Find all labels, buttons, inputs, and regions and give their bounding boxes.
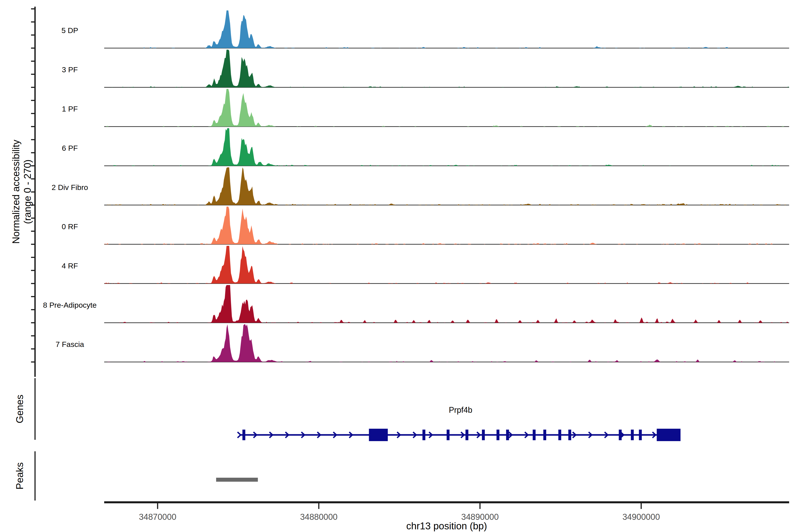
track-row: 4 RF — [62, 246, 789, 284]
gene-exon — [466, 430, 468, 440]
coverage-signal — [104, 128, 789, 166]
gene-model: Prpf4b — [238, 405, 681, 441]
gene-exon — [533, 430, 535, 440]
gene-exon — [543, 430, 546, 440]
coverage-signal — [104, 324, 789, 362]
gene-exon — [639, 430, 642, 440]
track-row: 1 PF — [62, 89, 789, 127]
track-row: 5 DP — [61, 11, 789, 48]
peak-region-bar — [216, 478, 258, 482]
peak-regions — [216, 478, 258, 482]
track-label: 1 PF — [62, 104, 78, 113]
gene-exon — [506, 430, 509, 440]
coverage-signal — [104, 89, 789, 127]
gene-exon — [446, 430, 450, 440]
genome-browser-plot: Normalized accessibility (range 0 - 270)… — [0, 0, 798, 532]
track-row: 7 Fascia — [56, 324, 789, 362]
y-axis-label-line1: Normalized accessibility — [11, 140, 21, 244]
track-row: 3 PF — [62, 50, 789, 87]
track-row: 0 RF — [62, 207, 789, 244]
track-label: 6 PF — [62, 144, 78, 152]
gene-exon — [482, 430, 485, 440]
coverage-signal — [104, 50, 789, 87]
track-label: 0 RF — [62, 222, 78, 231]
x-axis-ticks: 34870000348800003489000034900000 — [139, 503, 660, 521]
track-label: 7 Fascia — [56, 340, 84, 348]
gene-exon-large — [657, 429, 681, 441]
gene-exon — [568, 430, 571, 440]
coverage-signal — [104, 246, 789, 284]
coverage-signal — [104, 167, 789, 205]
track-label: 3 PF — [62, 65, 78, 74]
y-axis-label-line2: (range 0 - 270) — [22, 159, 33, 224]
track-label: 8 Pre-Adipocyte — [43, 301, 97, 309]
gene-exon — [422, 430, 425, 440]
track-label: 2 Div Fibro — [52, 183, 88, 191]
x-axis-tick-label: 34870000 — [139, 512, 176, 521]
gene-exon — [631, 430, 634, 440]
genome-tracks-figure: Normalized accessibility (range 0 - 270)… — [0, 0, 798, 532]
peaks-section-label: Peaks — [14, 462, 25, 490]
track-row: 8 Pre-Adipocyte — [43, 285, 789, 323]
x-axis-tick-label: 34900000 — [623, 512, 660, 521]
coverage-signal — [104, 285, 789, 323]
gene-exon-large — [369, 429, 388, 441]
accessibility-tracks: 5 DP3 PF1 PF6 PF2 Div Fibro0 RF4 RF8 Pre… — [43, 11, 789, 362]
x-axis-tick-label: 34880000 — [300, 512, 338, 521]
x-axis-title: chr13 position (bp) — [406, 520, 487, 531]
peaks-section: Peaks — [14, 451, 258, 500]
genes-section: Genes Prpf4b — [14, 378, 681, 441]
x-axis-tick-label: 34890000 — [461, 512, 499, 521]
track-row: 6 PF — [62, 128, 789, 166]
track-label: 4 RF — [62, 262, 78, 270]
x-axis: 34870000348800003489000034900000 chr13 p… — [104, 502, 789, 531]
gene-exon — [496, 430, 499, 440]
y-axis: Normalized accessibility (range 0 - 270) — [11, 7, 35, 377]
gene-name-label: Prpf4b — [449, 405, 472, 415]
coverage-signal — [104, 207, 789, 244]
genes-section-label: Genes — [14, 395, 25, 423]
gene-exon — [558, 430, 561, 440]
strand-arrow-icon — [238, 432, 241, 438]
coverage-signal — [104, 11, 789, 48]
track-label: 5 DP — [61, 26, 78, 35]
gene-exon — [243, 430, 245, 440]
gene-exon — [619, 430, 622, 440]
track-row: 2 Div Fibro — [52, 167, 789, 205]
